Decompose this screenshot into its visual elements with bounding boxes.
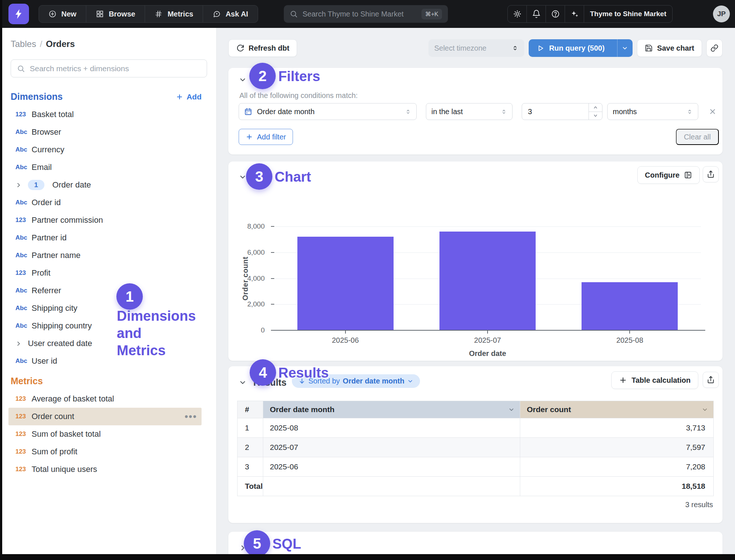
sidebar-item-email[interactable]: AbcEmail <box>8 159 202 176</box>
filter-rule-row: Order date month in the last <box>239 103 717 120</box>
sidebar-item-partner-name[interactable]: AbcPartner name <box>8 247 202 264</box>
add-dimension-button[interactable]: Add <box>176 92 202 101</box>
calendar-icon <box>244 108 252 116</box>
refresh-dbt-button[interactable]: Refresh dbt <box>228 39 297 57</box>
plus-icon <box>619 376 627 384</box>
clear-all-filters-button[interactable]: Clear all <box>676 129 719 145</box>
stepper-up-button[interactable] <box>589 103 602 112</box>
sidebar-item-sum-of-profit[interactable]: 123Sum of profit <box>8 443 202 461</box>
bar-2025-08[interactable] <box>582 282 678 330</box>
help-button[interactable] <box>546 6 565 22</box>
main-nav: NewBrowseMetricsAsk AI <box>39 5 258 23</box>
field-type-icon: Abc <box>15 164 32 171</box>
sidebar-item-basket-total[interactable]: 123Basket total <box>8 106 202 123</box>
floppy-disk-icon <box>645 44 653 52</box>
column-menu-icon[interactable] <box>702 406 708 413</box>
global-search[interactable]: ⌘+K <box>284 5 448 23</box>
filter-condition-text: All of the following conditions match: <box>239 91 358 100</box>
nav-item-metrics[interactable]: Metrics <box>145 6 203 22</box>
filter-value-input[interactable] <box>522 103 602 120</box>
breadcrumb-current: Orders <box>46 39 75 49</box>
cell-order-date-month[interactable]: 2025-06 <box>263 457 520 477</box>
sidebar-item-profit[interactable]: 123Profit <box>8 264 202 282</box>
run-query-dropdown[interactable] <box>617 39 633 57</box>
bar-2025-06[interactable] <box>297 237 394 330</box>
user-avatar[interactable]: JP <box>713 6 730 22</box>
notifications-button[interactable] <box>527 6 546 22</box>
remove-filter-button[interactable] <box>709 108 717 116</box>
field-type-icon: Abc <box>15 146 32 153</box>
sidebar-item-order-count[interactable]: 123Order count••• <box>8 408 202 425</box>
column-header-order-date-month[interactable]: Order date month <box>263 401 520 418</box>
fields-search-input[interactable] <box>30 64 201 73</box>
sidebar-item-order-id[interactable]: AbcOrder id <box>8 194 202 211</box>
sidebar-item-partner-commission[interactable]: 123Partner commission <box>8 211 202 229</box>
fields-search[interactable] <box>11 59 207 77</box>
active-filter-badge: 1 <box>28 180 44 190</box>
collapse-results-icon[interactable] <box>239 378 247 386</box>
breadcrumb-tables[interactable]: Tables <box>11 39 36 49</box>
column-menu-icon[interactable] <box>508 406 515 413</box>
table-row[interactable]: 12025-083,713 <box>238 418 714 438</box>
timezone-select[interactable]: Select timezone <box>428 39 524 57</box>
add-filter-button[interactable]: Add filter <box>239 129 293 145</box>
filter-operator-select[interactable]: in the last <box>426 103 513 120</box>
nav-item-browse[interactable]: Browse <box>86 6 145 22</box>
export-results-button[interactable] <box>703 372 719 388</box>
chevron-down-icon <box>622 45 628 51</box>
cell-order-date-month[interactable]: 2025-08 <box>263 418 520 438</box>
global-search-input[interactable] <box>303 10 417 18</box>
cell-order-count[interactable]: 7,597 <box>520 438 714 457</box>
filter-field-select[interactable]: Order date month <box>239 103 417 120</box>
gridline <box>274 226 701 227</box>
sidebar-item-average-of-basket-total[interactable]: 123Average of basket total <box>8 390 202 408</box>
sidebar-item-label: Partner name <box>32 251 80 260</box>
org-name[interactable]: Thyme to Shine Market <box>584 6 672 22</box>
sidebar-item-label: Profit <box>32 268 50 278</box>
panel-icon <box>684 171 692 179</box>
table-row[interactable]: 22025-077,597 <box>238 438 714 457</box>
y-tick-mark <box>271 252 274 253</box>
nav-item-new[interactable]: New <box>39 6 86 22</box>
collapse-filters-icon[interactable] <box>239 76 247 84</box>
metrics-heading: Metrics <box>11 376 43 386</box>
more-options-icon[interactable]: ••• <box>185 415 197 418</box>
sidebar-item-label: User created date <box>28 339 92 348</box>
sidebar-item-currency[interactable]: AbcCurrency <box>8 141 202 159</box>
ai-assistant-button[interactable] <box>565 6 584 22</box>
cell-order-count[interactable]: 3,713 <box>520 418 714 438</box>
export-chart-button[interactable] <box>703 166 719 182</box>
app-logo[interactable] <box>8 4 29 24</box>
settings-button[interactable] <box>508 6 527 22</box>
sidebar-item-partner-id[interactable]: AbcPartner id <box>8 229 202 247</box>
sidebar-item-total-unique-users[interactable]: 123Total unique users <box>8 461 202 478</box>
chevron-right-icon[interactable] <box>15 341 28 347</box>
sidebar-item-referrer[interactable]: AbcReferrer <box>8 282 202 299</box>
row-index: 3 <box>238 457 263 477</box>
chevron-right-icon[interactable] <box>15 182 28 188</box>
configure-chart-button[interactable]: Configure <box>637 166 700 184</box>
y-tick-mark <box>271 304 274 305</box>
run-query-button[interactable]: Run query (500) <box>529 39 633 57</box>
collapse-chart-icon[interactable] <box>239 173 247 181</box>
column-header-order-count[interactable]: Order count <box>520 401 714 418</box>
sidebar-item-browser[interactable]: AbcBrowser <box>8 123 202 141</box>
save-chart-button[interactable]: Save chart <box>637 39 702 57</box>
share-link-button[interactable] <box>706 39 723 57</box>
bar-2025-07[interactable] <box>439 232 536 330</box>
chart-section: Configure 02,0004,0006,0008,0002025-0620… <box>228 161 723 361</box>
cell-order-date-month[interactable]: 2025-07 <box>263 438 520 457</box>
hash-icon <box>155 10 163 18</box>
table-row[interactable]: 32025-067,208 <box>238 457 714 477</box>
sidebar-item-sum-of-basket-total[interactable]: 123Sum of basket total <box>8 425 202 443</box>
select-chevrons-icon <box>512 45 518 51</box>
filter-value-field[interactable] <box>522 108 584 116</box>
filter-unit-select[interactable]: months <box>607 103 698 120</box>
sidebar-item-order-date[interactable]: 1Order date <box>8 176 202 194</box>
stepper-down-button[interactable] <box>589 112 602 120</box>
table-calculation-button[interactable]: Table calculation <box>611 371 698 389</box>
sidebar-item-label: Basket total <box>32 110 74 119</box>
cell-order-count[interactable]: 7,208 <box>520 457 714 477</box>
nav-item-ask-ai[interactable]: Ask AI <box>203 6 258 22</box>
nav-item-label: Ask AI <box>225 10 248 18</box>
